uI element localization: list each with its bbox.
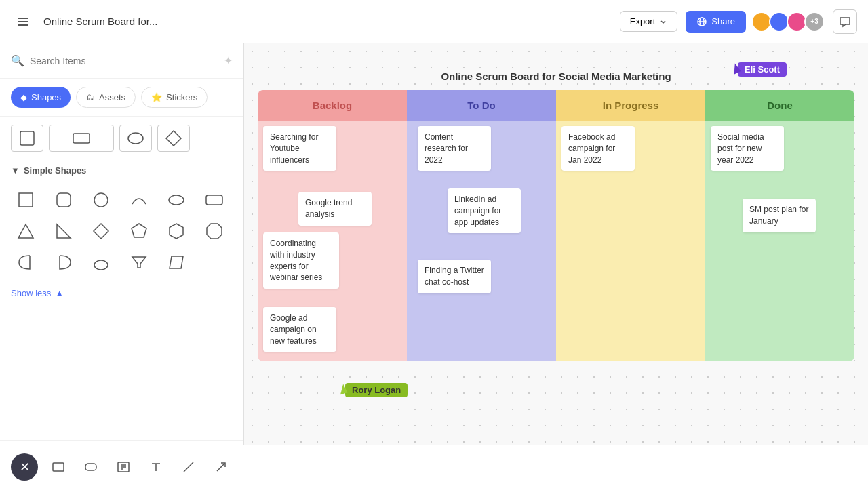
col-body-todo: Content research for 2022 LinkedIn ad ca… [407,121,556,361]
col-header-backlog: Backlog [258,90,407,121]
shape-funnel[interactable] [124,249,154,276]
svg-marker-23 [170,256,183,268]
shape-round-bottom[interactable] [86,249,116,276]
column-backlog: Backlog Searching for Youtube influencer… [258,90,407,361]
cursor-rory-label: Rory Logan [345,383,408,397]
shape-cell-rect[interactable] [49,125,114,152]
shape-diamond[interactable] [86,218,116,245]
show-less-button[interactable]: Show less ▲ [0,281,243,305]
tab-assets[interactable]: 🗂 Assets [76,87,136,108]
svg-line-39 [184,462,193,472]
shape-round-left[interactable] [11,249,41,276]
card-searching[interactable]: Searching for Youtube influencers [263,126,336,171]
svg-rect-32 [85,464,96,470]
topbar: Online Scrum Board for... Export Share +… [0,0,868,43]
svg-rect-6 [20,131,34,145]
col-body-inprogress: Facebook ad campaign for Jan 2022 [556,121,705,361]
card-linkedin[interactable]: LinkedIn ad campaign for app updates [448,188,521,233]
tool-note[interactable] [111,455,136,479]
col-header-inprogress: In Progress [556,90,705,121]
tool-rounded-rect[interactable] [79,455,103,479]
shape-right-triangle[interactable] [49,218,79,245]
scrum-board: Backlog Searching for Youtube influencer… [258,90,854,361]
svg-marker-9 [166,131,181,146]
card-content-research[interactable]: Content research for 2022 [418,126,491,171]
tool-line[interactable] [176,455,201,479]
svg-marker-17 [94,224,108,239]
shape-arc[interactable] [124,186,154,214]
svg-rect-10 [19,193,33,207]
svg-rect-31 [53,463,64,471]
shape-preview-row [0,117,243,160]
cursor-eli-label: Eli Scott [738,62,787,77]
comment-icon[interactable] [833,9,857,34]
svg-marker-18 [132,224,146,237]
svg-marker-16 [57,224,71,238]
menu-icon[interactable] [11,9,35,34]
star-icon[interactable]: ✦ [224,54,233,67]
shape-rounded-rect[interactable] [49,186,79,214]
close-button[interactable]: ✕ [11,453,38,481]
shape-hexagon[interactable] [161,218,191,245]
shape-parallelogram[interactable] [161,249,191,276]
avatar-more: +3 [804,12,825,32]
shape-round-right[interactable] [49,249,79,276]
svg-point-8 [128,133,143,144]
shape-octagon[interactable] [199,218,229,245]
shapes-grid [0,181,243,281]
svg-rect-11 [57,193,71,207]
shape-circle[interactable] [86,186,116,214]
svg-point-21 [94,260,108,270]
tool-arrow[interactable] [209,455,233,479]
svg-marker-22 [132,257,146,268]
simple-shapes-header[interactable]: ▼ Simple Shapes [0,160,243,181]
avatars: +3 [754,12,825,32]
col-body-done: Social media post for new year 2022 SM p… [705,121,854,361]
card-coordinating[interactable]: Coordinating with industry experts for w… [263,232,339,289]
cursor-eli: Eli Scott [732,62,787,77]
svg-point-13 [169,195,184,205]
shape-cell-diamond[interactable] [157,125,190,152]
export-button[interactable]: Export [620,11,678,32]
canvas[interactable]: Online Scrum Board for Social Media Mark… [244,43,868,445]
bottom-toolbar: ✕ [0,445,868,488]
column-todo: To Do Content research for 2022 LinkedIn… [407,90,556,361]
search-bar: 🔍 ✦ [0,43,243,79]
svg-marker-19 [170,224,183,239]
tool-rectangle[interactable] [46,455,71,479]
board-title: Online Scrum Board for... [43,16,157,27]
shape-ellipse[interactable] [161,186,191,214]
svg-marker-15 [18,224,33,238]
col-header-done: Done [705,90,854,121]
svg-point-12 [94,193,108,207]
card-twitter[interactable]: Finding a Twitter chat co-host [418,260,491,293]
tab-stickers[interactable]: ⭐ Stickers [141,87,208,108]
card-social-media-post[interactable]: Social media post for new year 2022 [711,126,784,171]
board-container: Online Scrum Board for Social Media Mark… [258,70,854,361]
card-facebook[interactable]: Facebook ad campaign for Jan 2022 [561,126,635,171]
tool-text[interactable] [144,455,168,479]
shape-cell-square[interactable] [11,125,43,152]
shape-blank [199,249,229,276]
shape-rounded-rect2[interactable] [199,186,229,214]
tabs: ◆ Shapes 🗂 Assets ⭐ Stickers [0,79,243,117]
shape-pentagon[interactable] [124,218,154,245]
share-button[interactable]: Share [686,11,746,33]
cursor-rory: Rory Logan [339,383,408,397]
svg-rect-14 [206,195,222,205]
search-input[interactable] [30,56,218,66]
col-header-todo: To Do [407,90,556,121]
shape-cell-oval[interactable] [119,125,152,152]
card-google-ad[interactable]: Google ad campaign on new features [263,307,336,352]
tab-shapes[interactable]: ◆ Shapes [11,87,71,108]
shape-triangle[interactable] [11,218,41,245]
column-done: Done Social media post for new year 2022… [705,90,854,361]
card-google-trend[interactable]: Google trend analysis [298,192,372,226]
col-body-backlog: Searching for Youtube influencers Google… [258,121,407,361]
sidebar: 🔍 ✦ ◆ Shapes 🗂 Assets ⭐ Stickers [0,43,244,488]
svg-rect-7 [73,134,90,143]
column-inprogress: In Progress Facebook ad campaign for Jan… [556,90,705,361]
shape-square[interactable] [11,186,41,214]
card-sm-post[interactable]: SM post plan for January [743,199,816,232]
search-icon: 🔍 [11,54,24,67]
